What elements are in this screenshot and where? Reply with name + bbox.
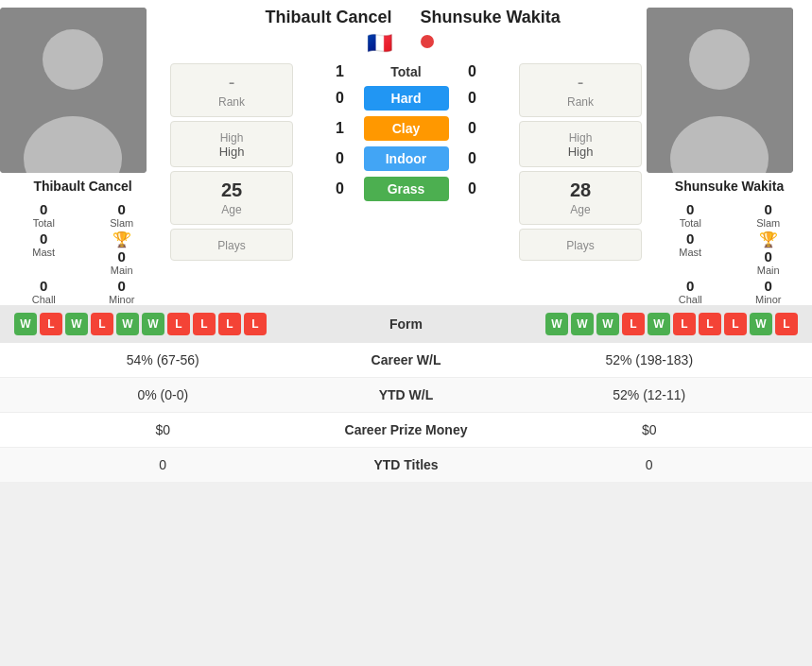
clay-label: Clay <box>364 116 449 141</box>
left-player-stats: 0 Total 0 Slam 0 Mast 🏆 0 Main 0 <box>0 201 165 305</box>
indoor-label: Indoor <box>364 146 449 171</box>
right-player-header-name: Shunsuke Wakita <box>421 8 561 27</box>
clay-score-row: 1 Clay 0 <box>302 116 510 141</box>
right-player-flag-dot <box>421 35 434 48</box>
right-stat-minor: 0 Minor <box>734 278 803 305</box>
right-stat-mast: 0 Mast <box>656 231 725 276</box>
form-badge-left: L <box>167 313 190 335</box>
hard-label: Hard <box>364 86 449 111</box>
ytd-titles-left: 0 <box>14 457 312 472</box>
left-stat-chall: 0 Chall <box>9 278 78 305</box>
right-stat-chall: 0 Chall <box>656 278 725 305</box>
right-main-value: 0 <box>765 248 772 265</box>
ytd-titles-right: 0 <box>501 457 799 472</box>
grass-score-left: 0 <box>317 180 364 197</box>
left-stat-slam: 0 Slam <box>88 201 157 229</box>
right-player-column: Shunsuke Wakita 0 Total 0 Slam 0 Mast 🏆 … <box>647 8 812 305</box>
left-chall-label: Chall <box>32 294 56 305</box>
right-slam-value: 0 <box>765 201 772 217</box>
left-minor-value: 0 <box>118 278 126 294</box>
players-layout: Thibault Cancel 0 Total 0 Slam 0 Mast 🏆 … <box>0 0 812 305</box>
form-badge-left: L <box>193 313 216 335</box>
total-score-right: 0 <box>449 63 496 80</box>
right-slam-label: Slam <box>756 217 780 229</box>
left-high-label: High <box>220 131 244 145</box>
left-high-value: High <box>219 145 245 159</box>
right-rank-box: - Rank <box>519 63 642 117</box>
right-player-avatar <box>647 8 793 173</box>
ytd-titles-row: 0 YTD Titles 0 <box>0 448 812 482</box>
left-total-label: Total <box>33 217 55 229</box>
ytd-wl-right: 52% (12-11) <box>501 387 799 402</box>
left-rank-label: Rank <box>218 95 245 109</box>
form-badge-left: L <box>244 313 267 335</box>
left-form: WLWLWWLLLL <box>14 313 321 335</box>
ytd-titles-label: YTD Titles <box>312 457 501 472</box>
career-prize-right: $0 <box>501 422 799 437</box>
form-badge-left: L <box>91 313 113 335</box>
indoor-score-left: 0 <box>317 150 364 167</box>
right-total-value: 0 <box>686 201 694 217</box>
left-stat-mast: 0 Mast <box>9 231 78 276</box>
form-label: Form <box>321 316 492 332</box>
score-rows: 1 Total 0 0 Hard 0 1 Clay 0 <box>298 63 514 261</box>
main-container: Thibault Cancel 0 Total 0 Slam 0 Mast 🏆 … <box>0 0 812 482</box>
left-main-value: 0 <box>118 248 126 265</box>
right-age-label: Age <box>570 203 590 216</box>
grass-label: Grass <box>364 177 449 201</box>
ytd-wl-label: YTD W/L <box>312 387 501 402</box>
left-player-column: Thibault Cancel 0 Total 0 Slam 0 Mast 🏆 … <box>0 8 165 305</box>
right-info-panels: - Rank High High 28 Age Plays <box>514 63 647 261</box>
left-stat-main: 🏆 0 Main <box>88 231 157 276</box>
right-player-header: Shunsuke Wakita <box>406 8 643 48</box>
total-score-left: 1 <box>317 63 364 80</box>
left-chall-value: 0 <box>40 278 47 294</box>
right-plays-label: Plays <box>566 239 594 252</box>
career-wl-row: 54% (67-56) Career W/L 52% (198-183) <box>0 343 812 378</box>
career-prize-label: Career Prize Money <box>312 422 501 437</box>
left-plays-label: Plays <box>217 239 245 252</box>
left-rank-box: - Rank <box>170 63 293 117</box>
left-player-avatar <box>0 8 147 173</box>
left-slam-label: Slam <box>110 217 133 229</box>
right-minor-label: Minor <box>755 294 782 305</box>
total-score-row: 1 Total 0 <box>302 63 510 80</box>
indoor-score-right: 0 <box>449 150 496 167</box>
form-badge-left: W <box>142 313 164 335</box>
career-prize-left: $0 <box>14 422 312 437</box>
left-age-label: Age <box>221 203 241 216</box>
left-player-name: Thibault Cancel <box>0 179 165 194</box>
right-total-label: Total <box>680 217 701 229</box>
right-chall-label: Chall <box>679 294 702 305</box>
ytd-wl-row: 0% (0-0) YTD W/L 52% (12-11) <box>0 378 812 413</box>
grass-score-row: 0 Grass 0 <box>302 177 510 201</box>
left-info-panels: - Rank High High 25 Age Plays <box>165 63 298 261</box>
left-trophy-icon: 🏆 <box>112 231 131 248</box>
clay-score-right: 0 <box>449 120 496 137</box>
left-high-box: High High <box>170 121 293 167</box>
right-mast-label: Mast <box>679 247 701 258</box>
form-badge-left: W <box>65 313 88 335</box>
form-badge-right: W <box>596 313 619 335</box>
career-wl-right: 52% (198-183) <box>501 352 799 367</box>
form-badge-left: L <box>218 313 241 335</box>
right-age-box: 28 Age <box>519 171 642 225</box>
right-player-stats: 0 Total 0 Slam 0 Mast 🏆 0 Main 0 <box>647 201 812 305</box>
left-age-box: 25 Age <box>170 171 293 225</box>
right-high-box: High High <box>519 121 642 167</box>
left-stat-total: 0 Total <box>9 201 78 229</box>
form-badge-right: L <box>699 313 721 335</box>
career-prize-row: $0 Career Prize Money $0 <box>0 413 812 448</box>
stats-rows: 54% (67-56) Career W/L 52% (198-183) 0% … <box>0 343 812 482</box>
form-badge-right: W <box>648 313 670 335</box>
svg-point-1 <box>43 29 103 90</box>
left-player-header: Thibault Cancel 🇫🇷 <box>170 8 406 56</box>
right-mast-value: 0 <box>686 231 694 247</box>
indoor-score-row: 0 Indoor 0 <box>302 146 510 171</box>
form-badge-right: W <box>545 313 568 335</box>
center-column: Thibault Cancel 🇫🇷 Shunsuke Wakita - Ran… <box>165 8 647 305</box>
right-trophy-icon: 🏆 <box>759 231 778 248</box>
left-minor-label: Minor <box>109 294 135 305</box>
scores-info-row: - Rank High High 25 Age Plays <box>165 63 647 261</box>
player-names-row: Thibault Cancel 🇫🇷 Shunsuke Wakita <box>165 8 647 63</box>
